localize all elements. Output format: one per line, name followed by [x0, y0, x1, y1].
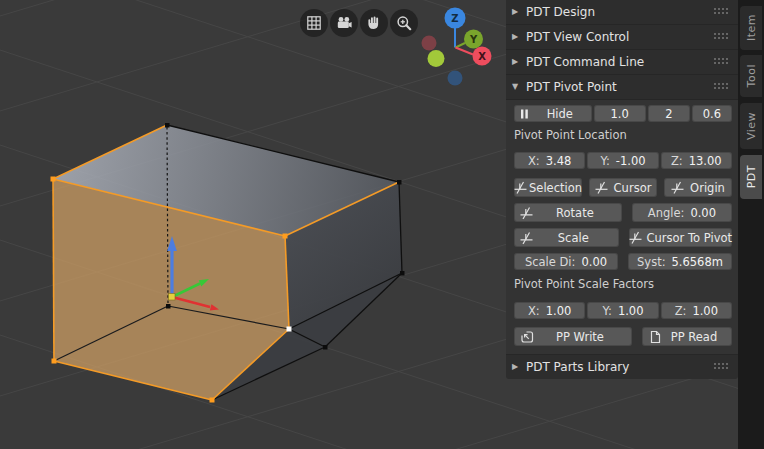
gizmo-neg-x-ball[interactable]	[422, 36, 437, 51]
scale-distance-field[interactable]: Scale Di: 0.00	[514, 253, 618, 270]
pivot-loc-z-field[interactable]: Z: 13.00	[661, 152, 732, 169]
collapse-arrow-icon: ▶	[512, 58, 526, 66]
panel-grip-icon[interactable]	[714, 363, 730, 371]
panel-header-pdt-view-control[interactable]: ▶ PDT View Control	[506, 25, 738, 50]
pdt-pivot-point-panel: Hide 1.0 2 0.6 Pivot Point Location X: 3	[506, 100, 738, 354]
pivot-point-square	[169, 294, 176, 301]
mesh-cube	[51, 123, 405, 403]
zoom-view-button[interactable]	[390, 9, 418, 37]
panel-grip-icon[interactable]	[714, 58, 730, 66]
pivot-loc-y-field[interactable]: Y: -1.00	[587, 152, 658, 169]
scale-factors-label: Pivot Point Scale Factors	[514, 277, 654, 291]
scale-factor-y-field[interactable]: Y: 1.00	[587, 302, 658, 319]
pivot-hide-button[interactable]: Hide	[514, 105, 592, 122]
gizmo-z-label: Z	[451, 13, 458, 24]
pause-icon	[520, 109, 529, 119]
grid-button[interactable]	[300, 9, 328, 37]
cursor-to-pivot-button[interactable]: Cursor To Pivot	[629, 228, 732, 247]
panel-header-pdt-design[interactable]: ▶ PDT Design	[506, 0, 738, 25]
collapse-arrow-icon: ▶	[512, 33, 526, 41]
export-arrow-icon	[520, 330, 534, 344]
collapse-arrow-icon: ▶	[512, 363, 526, 371]
file-icon	[648, 330, 662, 344]
pivot-rotate-button[interactable]: Rotate	[514, 203, 622, 222]
grid-icon	[306, 15, 322, 31]
tab-view[interactable]: View	[740, 103, 762, 149]
panel-title: PDT Command Line	[526, 55, 714, 69]
pivot-axis-icon	[595, 181, 608, 194]
zoom-icon	[396, 15, 412, 31]
hide-label: Hide	[547, 107, 573, 121]
panel-title: PDT Design	[526, 5, 714, 19]
panel-title: PDT Pivot Point	[526, 80, 714, 94]
pivot-location-label: Pivot Point Location	[514, 128, 627, 142]
expand-arrow-icon: ▼	[512, 83, 526, 91]
system-distance-field[interactable]: Syst: 5.6568m	[628, 253, 732, 270]
panel-grip-icon[interactable]	[714, 33, 730, 41]
hand-icon	[366, 15, 382, 31]
panel-title: PDT View Control	[526, 30, 714, 44]
pivot-axis-icon	[514, 181, 527, 194]
pp-write-button[interactable]: PP Write	[514, 327, 632, 346]
panel-header-pdt-parts-library[interactable]: ▶ PDT Parts Library	[506, 354, 738, 379]
tab-pdt[interactable]: PDT	[740, 155, 762, 199]
gizmo-x-label: X	[478, 51, 486, 62]
panel-grip-icon[interactable]	[714, 8, 730, 16]
camera-icon	[336, 15, 352, 31]
pivot-axis-icon	[671, 181, 684, 194]
pivot-loc-x-field[interactable]: X: 3.48	[514, 152, 585, 169]
pivot-width-field[interactable]: 2	[648, 105, 690, 122]
scale-factor-x-field[interactable]: X: 1.00	[514, 302, 585, 319]
pivot-to-cursor-button[interactable]: Cursor	[589, 178, 657, 197]
tab-tool[interactable]: Tool	[740, 55, 762, 97]
gizmo-y-label: Y	[469, 34, 478, 45]
pivot-axis-icon	[520, 231, 533, 244]
pivot-scale-button[interactable]: Scale	[514, 228, 619, 247]
sidebar: ▶ PDT Design ▶ PDT View Control ▶ PDT Co…	[506, 0, 738, 379]
pivot-alpha-field[interactable]: 0.6	[692, 105, 732, 122]
collapse-arrow-icon: ▶	[512, 8, 526, 16]
viewport-toolbar	[300, 9, 418, 37]
pivot-axis-icon	[520, 206, 533, 219]
panel-title: PDT Parts Library	[526, 360, 714, 374]
pivot-to-origin-button[interactable]: Origin	[664, 178, 732, 197]
sidebar-tab-strip: Item Tool View PDT	[738, 0, 764, 449]
pivot-axis-icon	[629, 231, 642, 244]
gizmo-neg-y-ball[interactable]	[428, 50, 445, 67]
camera-view-button[interactable]	[330, 9, 358, 37]
panel-header-pdt-command-line[interactable]: ▶ PDT Command Line	[506, 50, 738, 75]
scale-factor-z-field[interactable]: Z: 1.00	[661, 302, 732, 319]
pivot-to-selection-button[interactable]: Selection	[514, 178, 582, 197]
panel-grip-icon[interactable]	[714, 83, 730, 91]
pivot-angle-field[interactable]: Angle: 0.00	[632, 203, 732, 222]
navigation-gizmo[interactable]: Z Y X	[422, 8, 492, 86]
pivot-size-field[interactable]: 1.0	[594, 105, 646, 122]
active-vertex	[287, 327, 292, 332]
panel-header-pdt-pivot-point[interactable]: ▼ PDT Pivot Point	[506, 75, 738, 100]
gizmo-neg-z-ball[interactable]	[448, 71, 463, 86]
pp-read-button[interactable]: PP Read	[642, 327, 732, 346]
move-view-button[interactable]	[360, 9, 388, 37]
tab-item[interactable]: Item	[740, 6, 762, 50]
blender-window: Z Y X	[0, 0, 764, 449]
